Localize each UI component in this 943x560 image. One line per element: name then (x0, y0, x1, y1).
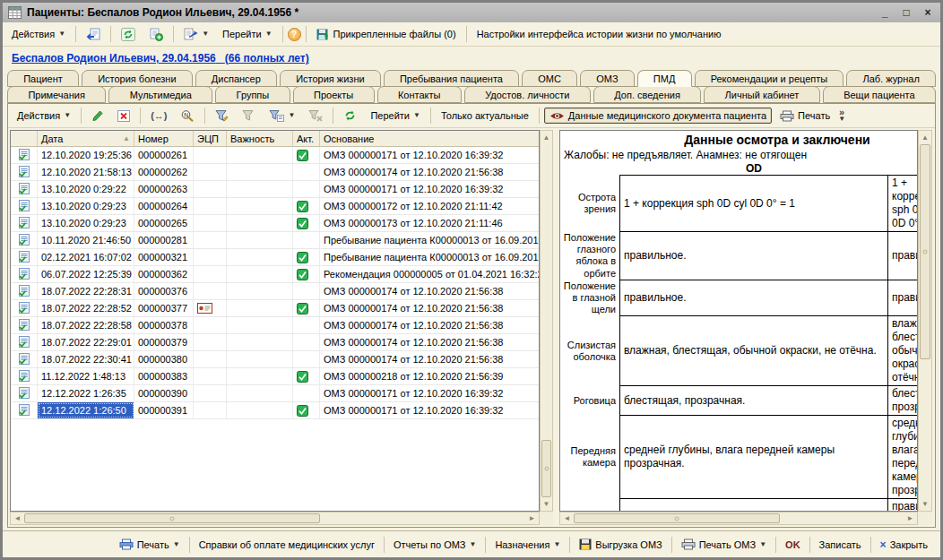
minimize-button[interactable]: _ (878, 6, 892, 19)
toolbar-overflow-button[interactable]: »▼ (838, 108, 845, 124)
table-row[interactable]: 06.07.2022 12:25:39000000362Рекомендация… (11, 266, 539, 283)
list-goto-menu-button[interactable]: Перейти▼ (365, 108, 426, 124)
refresh-button[interactable] (116, 25, 141, 44)
table-row[interactable]: 12.12.2022 1:26:50000000391ОМЗ 000000171… (11, 402, 539, 419)
edit-button[interactable] (86, 107, 109, 125)
table-row[interactable]: 02.12.2021 16:07:02000000321Пребывание п… (11, 249, 539, 266)
payment-certificates-button[interactable]: Справки об оплате медицинских услуг (194, 537, 380, 553)
tab-Удостов. личности[interactable]: Удостов. личности (464, 86, 591, 103)
table-row[interactable]: 12.10.2020 21:58:13000000262ОМЗ 00000017… (11, 164, 539, 181)
scroll-up-icon[interactable]: ▲ (541, 131, 552, 144)
column-header-number[interactable]: Номер (134, 131, 194, 146)
filter-clear-button[interactable] (303, 107, 328, 125)
maximize-button[interactable]: □ (899, 6, 913, 19)
cell-act (293, 402, 320, 418)
scroll-down-icon[interactable]: ▼ (541, 497, 552, 511)
table-row[interactable]: 18.07.2022 22:28:52000000377ОМЗ 00000017… (11, 300, 539, 317)
fit-columns-button[interactable]: (↔) (145, 108, 172, 124)
table-row[interactable]: 10.11.2020 21:46:50000000281Пребывание п… (11, 232, 539, 249)
table-row[interactable]: 18.07.2022 22:28:31000000376ОМЗ 00000017… (11, 283, 539, 300)
column-header-ecp[interactable]: ЭЦП (194, 131, 227, 146)
reread-button[interactable] (81, 25, 106, 43)
tab-Группы[interactable]: Группы (215, 86, 290, 103)
only-actual-toggle[interactable]: Только актуальные (436, 108, 534, 124)
examination-row: Слизистая оболочкавлажная, блестящая, об… (562, 315, 917, 386)
open-document-button[interactable]: ▼ (178, 25, 214, 43)
list-actions-menu-button[interactable]: Действия▼ (12, 108, 76, 124)
tab-Вещи пациента[interactable]: Вещи пациента (823, 86, 936, 103)
scroll-right-icon[interactable]: ► (525, 513, 539, 524)
tab-ПМД[interactable]: ПМД (637, 70, 692, 87)
attached-files-button[interactable]: Прикрепленные файлы (0) (311, 26, 462, 43)
cell-ecp (194, 249, 227, 265)
bottom-bar: Печать▼ Справки об оплате медицинских ус… (3, 530, 940, 557)
tab-Диспансер[interactable]: Диспансер (195, 70, 277, 87)
tab-Пациент[interactable]: Пациент (7, 70, 79, 87)
copy-new-button[interactable] (143, 25, 169, 44)
table-row[interactable]: 18.07.2022 22:30:41000000380ОМЗ 00000017… (11, 351, 539, 368)
filter-button[interactable] (237, 107, 261, 125)
cell-date: 18.07.2022 22:30:41 (38, 351, 134, 367)
scroll-left-icon[interactable]: ◄ (11, 513, 24, 524)
column-header-importance[interactable]: Важность (227, 131, 293, 146)
documents-vertical-scrollbar[interactable]: ▲ ▼ (540, 130, 553, 512)
cell-number: 000000378 (134, 317, 194, 333)
close-button[interactable]: × (921, 6, 935, 19)
tab-Мультимедиа[interactable]: Мультимедиа (108, 86, 212, 103)
scroll-up-icon[interactable]: ▲ (919, 131, 931, 144)
scroll-left-icon[interactable]: ◄ (560, 513, 574, 524)
documents-list-pane: Дата▲ Номер ЭЦП Важность Акт. Основание … (10, 130, 553, 525)
bottom-print-button[interactable]: Печать▼ (114, 536, 186, 553)
tab-ОМЗ[interactable]: ОМЗ (580, 70, 635, 87)
tab-ОМС[interactable]: ОМС (522, 70, 577, 87)
actions-menu-button[interactable]: Действия▼ (6, 26, 71, 42)
patient-link[interactable]: Беспалов Родион Ильевич, 29.04.1956 (66 … (12, 52, 309, 65)
column-header-basis[interactable]: Основание (320, 131, 539, 146)
tab-Примечания[interactable]: Примечания (7, 86, 106, 103)
table-row[interactable]: 18.07.2022 22:29:01000000379ОМЗ 00000017… (11, 334, 539, 351)
tab-Контакты[interactable]: Контакты (377, 86, 462, 103)
tab-Проекты[interactable]: Проекты (293, 86, 375, 103)
examination-row: Зрачокправильной формы, обычной величины… (562, 498, 917, 512)
tab-Личный кабинет[interactable]: Личный кабинет (704, 86, 820, 103)
refresh-list-button[interactable] (338, 107, 362, 125)
tab-Доп. сведения[interactable]: Доп. сведения (593, 86, 701, 103)
document-horizontal-scrollbar[interactable]: ◄ ► (559, 512, 918, 525)
documents-horizontal-scrollbar[interactable]: ◄ ► (10, 512, 540, 525)
column-header-icon[interactable] (11, 131, 38, 146)
table-row[interactable]: 12.12.2022 1:26:35000000390ОМЗ 000000171… (11, 385, 539, 402)
tab-История болезни[interactable]: История болезни (82, 70, 193, 87)
ok-button[interactable]: OK (780, 537, 806, 553)
save-button[interactable]: Записать (814, 537, 867, 553)
table-row[interactable]: 11.12.2022 1:48:13000000383ОМЗ 000000218… (11, 368, 539, 385)
tab-История жизни[interactable]: История жизни (280, 70, 381, 87)
omz-print-button[interactable]: Печать ОМЗ▼ (676, 536, 772, 553)
med-doc-data-toggle[interactable]: Данные медицинского документа пациента (544, 108, 772, 124)
close-form-button[interactable]: ×Закрыть (875, 537, 933, 553)
print-button[interactable]: Печать (774, 108, 835, 125)
scroll-right-icon[interactable]: ► (904, 513, 917, 524)
omz-export-button[interactable]: Выгрузка ОМЗ (574, 536, 667, 553)
delete-button[interactable] (112, 108, 135, 125)
interface-settings-button[interactable]: Настройки интерфейса истории жизни по ум… (472, 26, 727, 42)
help-icon[interactable]: ? (288, 28, 301, 41)
scroll-down-icon[interactable]: ▼ (919, 497, 931, 511)
filter-settings-button[interactable] (210, 107, 234, 125)
goto-menu-button[interactable]: Перейти▼ (217, 26, 278, 42)
search-button[interactable]: N (175, 107, 200, 125)
appointments-button[interactable]: Назначения▼ (489, 537, 566, 553)
table-row[interactable]: 13.10.2020 0:29:23000000264ОМЗ 000000172… (11, 198, 539, 215)
table-row[interactable]: 13.10.2020 0:29:23000000265ОМЗ 000000173… (11, 215, 539, 232)
tab-Лаб. журнал[interactable]: Лаб. журнал (846, 70, 936, 87)
table-row[interactable]: 18.07.2022 22:28:58000000378ОМЗ 00000017… (11, 317, 539, 334)
filter-by-value-button[interactable]: ▼ (264, 107, 300, 125)
table-row[interactable]: 12.10.2020 19:25:36000000261ОМЗ 00000017… (11, 147, 539, 164)
omz-reports-button[interactable]: Отчеты по ОМЗ▼ (388, 537, 482, 553)
document-vertical-scrollbar[interactable]: ▲ ▼ (918, 130, 932, 512)
table-row[interactable]: 13.10.2020 0:29:22000000263ОМЗ 000000171… (11, 181, 539, 198)
tab-Рекомендации и рецепты[interactable]: Рекомендации и рецепты (695, 70, 844, 87)
chevron-down-icon: ▼ (265, 30, 273, 38)
tab-Пребывания пациента[interactable]: Пребывания пациента (384, 70, 519, 87)
column-header-act[interactable]: Акт. (293, 131, 320, 146)
column-header-date[interactable]: Дата▲ (38, 131, 134, 146)
